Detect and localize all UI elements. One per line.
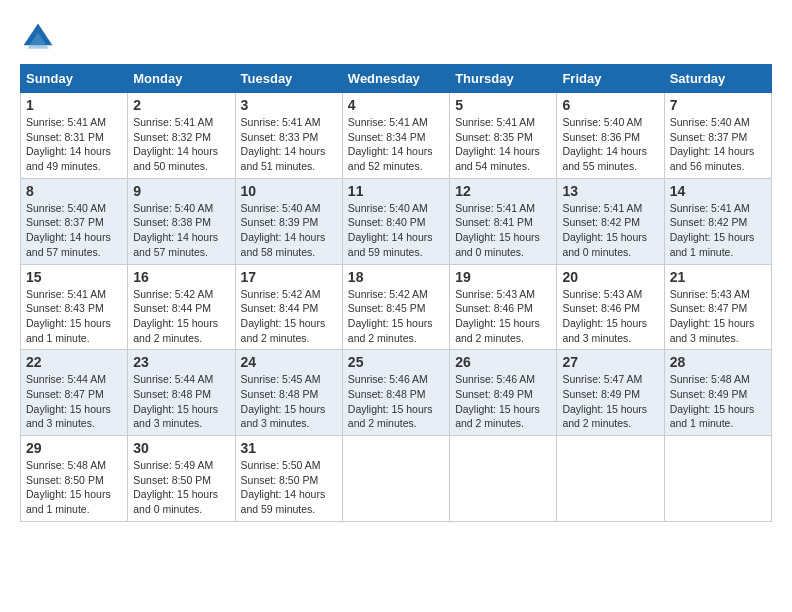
header-wednesday: Wednesday xyxy=(342,65,449,93)
calendar-day xyxy=(557,436,664,522)
day-number: 3 xyxy=(241,97,337,113)
day-number: 30 xyxy=(133,440,229,456)
day-number: 8 xyxy=(26,183,122,199)
calendar-day: 23 Sunrise: 5:44 AMSunset: 8:48 PMDaylig… xyxy=(128,350,235,436)
calendar-week-4: 22 Sunrise: 5:44 AMSunset: 8:47 PMDaylig… xyxy=(21,350,772,436)
day-number: 10 xyxy=(241,183,337,199)
day-info: Sunrise: 5:44 AMSunset: 8:47 PMDaylight:… xyxy=(26,372,122,431)
header-monday: Monday xyxy=(128,65,235,93)
calendar-day: 2 Sunrise: 5:41 AMSunset: 8:32 PMDayligh… xyxy=(128,93,235,179)
day-number: 26 xyxy=(455,354,551,370)
day-info: Sunrise: 5:41 AMSunset: 8:35 PMDaylight:… xyxy=(455,115,551,174)
calendar-day: 15 Sunrise: 5:41 AMSunset: 8:43 PMDaylig… xyxy=(21,264,128,350)
calendar-day: 26 Sunrise: 5:46 AMSunset: 8:49 PMDaylig… xyxy=(450,350,557,436)
logo xyxy=(20,20,60,56)
day-number: 13 xyxy=(562,183,658,199)
day-number: 29 xyxy=(26,440,122,456)
day-number: 9 xyxy=(133,183,229,199)
calendar-day: 28 Sunrise: 5:48 AMSunset: 8:49 PMDaylig… xyxy=(664,350,771,436)
calendar-day: 3 Sunrise: 5:41 AMSunset: 8:33 PMDayligh… xyxy=(235,93,342,179)
day-number: 16 xyxy=(133,269,229,285)
day-info: Sunrise: 5:50 AMSunset: 8:50 PMDaylight:… xyxy=(241,458,337,517)
calendar-table: SundayMondayTuesdayWednesdayThursdayFrid… xyxy=(20,64,772,522)
calendar-day xyxy=(342,436,449,522)
calendar-day: 12 Sunrise: 5:41 AMSunset: 8:41 PMDaylig… xyxy=(450,178,557,264)
day-info: Sunrise: 5:42 AMSunset: 8:44 PMDaylight:… xyxy=(241,287,337,346)
day-number: 14 xyxy=(670,183,766,199)
day-info: Sunrise: 5:41 AMSunset: 8:43 PMDaylight:… xyxy=(26,287,122,346)
header-saturday: Saturday xyxy=(664,65,771,93)
day-number: 18 xyxy=(348,269,444,285)
day-info: Sunrise: 5:40 AMSunset: 8:36 PMDaylight:… xyxy=(562,115,658,174)
calendar-day: 18 Sunrise: 5:42 AMSunset: 8:45 PMDaylig… xyxy=(342,264,449,350)
day-number: 25 xyxy=(348,354,444,370)
day-info: Sunrise: 5:40 AMSunset: 8:37 PMDaylight:… xyxy=(670,115,766,174)
day-number: 1 xyxy=(26,97,122,113)
calendar-day: 25 Sunrise: 5:46 AMSunset: 8:48 PMDaylig… xyxy=(342,350,449,436)
calendar-day: 1 Sunrise: 5:41 AMSunset: 8:31 PMDayligh… xyxy=(21,93,128,179)
day-number: 28 xyxy=(670,354,766,370)
day-info: Sunrise: 5:41 AMSunset: 8:42 PMDaylight:… xyxy=(562,201,658,260)
calendar-week-1: 1 Sunrise: 5:41 AMSunset: 8:31 PMDayligh… xyxy=(21,93,772,179)
calendar-header-row: SundayMondayTuesdayWednesdayThursdayFrid… xyxy=(21,65,772,93)
calendar-day: 30 Sunrise: 5:49 AMSunset: 8:50 PMDaylig… xyxy=(128,436,235,522)
day-number: 23 xyxy=(133,354,229,370)
calendar-day: 10 Sunrise: 5:40 AMSunset: 8:39 PMDaylig… xyxy=(235,178,342,264)
header-tuesday: Tuesday xyxy=(235,65,342,93)
day-info: Sunrise: 5:43 AMSunset: 8:46 PMDaylight:… xyxy=(562,287,658,346)
day-info: Sunrise: 5:44 AMSunset: 8:48 PMDaylight:… xyxy=(133,372,229,431)
day-number: 31 xyxy=(241,440,337,456)
day-number: 19 xyxy=(455,269,551,285)
calendar-day: 7 Sunrise: 5:40 AMSunset: 8:37 PMDayligh… xyxy=(664,93,771,179)
calendar-week-3: 15 Sunrise: 5:41 AMSunset: 8:43 PMDaylig… xyxy=(21,264,772,350)
day-info: Sunrise: 5:46 AMSunset: 8:48 PMDaylight:… xyxy=(348,372,444,431)
day-number: 7 xyxy=(670,97,766,113)
day-info: Sunrise: 5:42 AMSunset: 8:44 PMDaylight:… xyxy=(133,287,229,346)
calendar-day: 13 Sunrise: 5:41 AMSunset: 8:42 PMDaylig… xyxy=(557,178,664,264)
day-info: Sunrise: 5:42 AMSunset: 8:45 PMDaylight:… xyxy=(348,287,444,346)
calendar-day: 8 Sunrise: 5:40 AMSunset: 8:37 PMDayligh… xyxy=(21,178,128,264)
day-info: Sunrise: 5:40 AMSunset: 8:37 PMDaylight:… xyxy=(26,201,122,260)
day-info: Sunrise: 5:40 AMSunset: 8:40 PMDaylight:… xyxy=(348,201,444,260)
calendar-day: 9 Sunrise: 5:40 AMSunset: 8:38 PMDayligh… xyxy=(128,178,235,264)
header-friday: Friday xyxy=(557,65,664,93)
day-info: Sunrise: 5:41 AMSunset: 8:42 PMDaylight:… xyxy=(670,201,766,260)
calendar-day: 29 Sunrise: 5:48 AMSunset: 8:50 PMDaylig… xyxy=(21,436,128,522)
day-number: 27 xyxy=(562,354,658,370)
day-number: 20 xyxy=(562,269,658,285)
calendar-day: 11 Sunrise: 5:40 AMSunset: 8:40 PMDaylig… xyxy=(342,178,449,264)
calendar-day: 22 Sunrise: 5:44 AMSunset: 8:47 PMDaylig… xyxy=(21,350,128,436)
calendar-day: 27 Sunrise: 5:47 AMSunset: 8:49 PMDaylig… xyxy=(557,350,664,436)
calendar-day: 24 Sunrise: 5:45 AMSunset: 8:48 PMDaylig… xyxy=(235,350,342,436)
calendar-day: 31 Sunrise: 5:50 AMSunset: 8:50 PMDaylig… xyxy=(235,436,342,522)
day-info: Sunrise: 5:43 AMSunset: 8:47 PMDaylight:… xyxy=(670,287,766,346)
day-info: Sunrise: 5:48 AMSunset: 8:50 PMDaylight:… xyxy=(26,458,122,517)
day-number: 15 xyxy=(26,269,122,285)
day-number: 17 xyxy=(241,269,337,285)
calendar-day: 6 Sunrise: 5:40 AMSunset: 8:36 PMDayligh… xyxy=(557,93,664,179)
day-info: Sunrise: 5:47 AMSunset: 8:49 PMDaylight:… xyxy=(562,372,658,431)
calendar-day: 4 Sunrise: 5:41 AMSunset: 8:34 PMDayligh… xyxy=(342,93,449,179)
day-info: Sunrise: 5:45 AMSunset: 8:48 PMDaylight:… xyxy=(241,372,337,431)
day-number: 6 xyxy=(562,97,658,113)
day-number: 22 xyxy=(26,354,122,370)
calendar-week-5: 29 Sunrise: 5:48 AMSunset: 8:50 PMDaylig… xyxy=(21,436,772,522)
day-info: Sunrise: 5:48 AMSunset: 8:49 PMDaylight:… xyxy=(670,372,766,431)
day-info: Sunrise: 5:40 AMSunset: 8:38 PMDaylight:… xyxy=(133,201,229,260)
header-sunday: Sunday xyxy=(21,65,128,93)
logo-icon xyxy=(20,20,56,56)
day-number: 2 xyxy=(133,97,229,113)
calendar-day xyxy=(664,436,771,522)
day-info: Sunrise: 5:41 AMSunset: 8:31 PMDaylight:… xyxy=(26,115,122,174)
day-info: Sunrise: 5:43 AMSunset: 8:46 PMDaylight:… xyxy=(455,287,551,346)
calendar-day: 17 Sunrise: 5:42 AMSunset: 8:44 PMDaylig… xyxy=(235,264,342,350)
day-info: Sunrise: 5:41 AMSunset: 8:33 PMDaylight:… xyxy=(241,115,337,174)
header-thursday: Thursday xyxy=(450,65,557,93)
day-info: Sunrise: 5:41 AMSunset: 8:34 PMDaylight:… xyxy=(348,115,444,174)
calendar-day xyxy=(450,436,557,522)
day-info: Sunrise: 5:41 AMSunset: 8:41 PMDaylight:… xyxy=(455,201,551,260)
calendar-day: 21 Sunrise: 5:43 AMSunset: 8:47 PMDaylig… xyxy=(664,264,771,350)
day-info: Sunrise: 5:46 AMSunset: 8:49 PMDaylight:… xyxy=(455,372,551,431)
calendar-day: 16 Sunrise: 5:42 AMSunset: 8:44 PMDaylig… xyxy=(128,264,235,350)
day-number: 5 xyxy=(455,97,551,113)
